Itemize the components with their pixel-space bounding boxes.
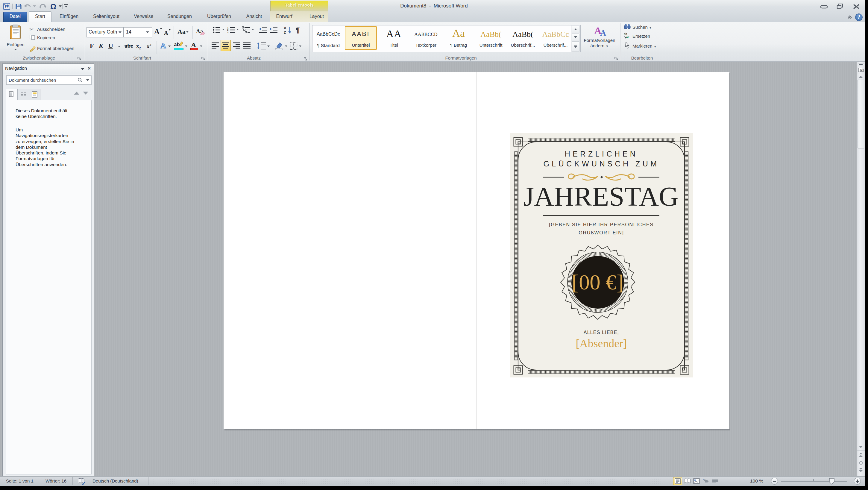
svg-text:ab: ab	[624, 32, 627, 36]
svg-text:GRUßWORT EIN]: GRUßWORT EIN]	[579, 230, 624, 235]
svg-text:ac: ac	[626, 36, 630, 39]
svg-text:ALLES LIEBE,: ALLES LIEBE,	[584, 330, 619, 335]
svg-text:3: 3	[227, 31, 229, 33]
svg-text:[Absender]: [Absender]	[576, 337, 627, 349]
svg-text:Z: Z	[284, 31, 286, 34]
svg-text:[00 €]: [00 €]	[572, 270, 624, 294]
svg-text:JAHRESTAG: JAHRESTAG	[523, 181, 679, 212]
svg-text:GLÜCKWUNSCH ZUM: GLÜCKWUNSCH ZUM	[543, 159, 659, 168]
svg-text:[GEBEN SIE HIER IHR PERSONLICH: [GEBEN SIE HIER IHR PERSONLICHES	[549, 222, 654, 227]
svg-text:A: A	[284, 26, 286, 30]
svg-text:HERZLICHEN: HERZLICHEN	[565, 150, 638, 158]
